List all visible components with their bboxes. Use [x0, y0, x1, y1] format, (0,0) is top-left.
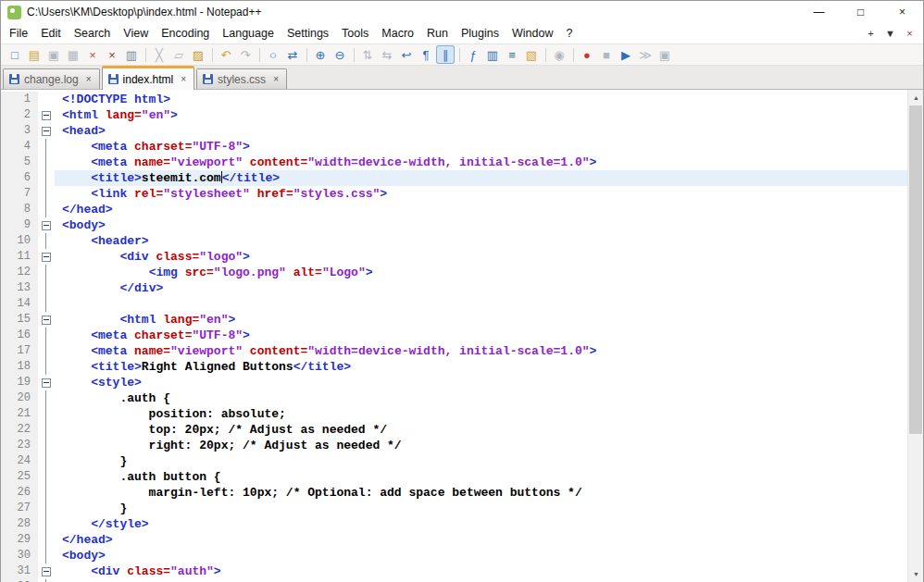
line-number[interactable]: 12: [1, 265, 38, 280]
record-macro-icon[interactable]: ●: [578, 45, 596, 64]
line-number[interactable]: 30: [1, 548, 38, 563]
line-number[interactable]: 19: [1, 375, 38, 390]
code-text[interactable]: }: [55, 453, 907, 469]
line-number[interactable]: 15: [1, 312, 38, 328]
tab-index-html[interactable]: index.html×: [102, 66, 195, 90]
code-text[interactable]: <meta charset="UTF-8">: [55, 139, 907, 155]
code-text[interactable]: <head>: [55, 123, 907, 139]
code-text[interactable]: <header>: [55, 233, 907, 249]
fold-collapse-icon[interactable]: [38, 375, 55, 390]
code-text[interactable]: position: absolute;: [55, 406, 907, 422]
maximize-button[interactable]: □: [840, 1, 881, 23]
line-number[interactable]: 27: [1, 501, 38, 516]
code-line[interactable]: 9<body>: [1, 217, 907, 233]
minimize-button[interactable]: —: [798, 1, 840, 23]
document-map-icon[interactable]: ▥: [483, 45, 502, 64]
code-text[interactable]: <meta charset="UTF-8">: [55, 328, 907, 343]
code-text[interactable]: right: 20px; /* Adjust as needed */: [55, 438, 907, 453]
replace-icon[interactable]: ⇄: [283, 45, 302, 64]
code-line[interactable]: 31 <div class="auth">: [1, 563, 907, 579]
vertical-scrollbar[interactable]: ▲ ▼: [907, 90, 923, 582]
line-number[interactable]: 6: [1, 170, 38, 186]
code-line[interactable]: 1<!DOCTYPE html>: [1, 92, 907, 107]
code-line[interactable]: 10 <header>: [1, 233, 907, 249]
code-line[interactable]: 25 .auth button {: [1, 469, 907, 485]
line-number[interactable]: 8: [1, 202, 38, 217]
new-tab-button[interactable]: +: [861, 28, 880, 39]
open-file-icon[interactable]: ▤: [25, 45, 44, 64]
undo-icon[interactable]: ↶: [217, 45, 235, 64]
scroll-down-icon[interactable]: ▼: [908, 566, 923, 582]
line-number[interactable]: 16: [1, 328, 38, 343]
tab-change-log[interactable]: change.log×: [3, 68, 100, 89]
code-line[interactable]: 13 </div>: [1, 280, 907, 296]
code-text[interactable]: </style>: [55, 516, 907, 532]
code-line[interactable]: 28 </style>: [1, 516, 907, 532]
code-text[interactable]: margin-left: 10px; /* Optional: add spac…: [55, 485, 907, 501]
code-line[interactable]: 20 .auth {: [1, 390, 907, 406]
code-line[interactable]: 14: [1, 296, 907, 312]
menu-encoding[interactable]: Encoding: [155, 25, 216, 42]
copy-icon[interactable]: ▱: [169, 45, 188, 64]
line-number[interactable]: 7: [1, 186, 38, 202]
close-file-icon[interactable]: ×: [83, 45, 102, 64]
menu-help[interactable]: ?: [559, 25, 579, 42]
paste-icon[interactable]: ▨: [189, 45, 207, 64]
menu-run[interactable]: Run: [420, 25, 455, 42]
line-number[interactable]: 10: [1, 233, 38, 249]
code-text[interactable]: <div class="auth">: [55, 563, 907, 579]
line-number[interactable]: 11: [1, 249, 38, 265]
code-text[interactable]: </div>: [55, 280, 907, 296]
code-line[interactable]: 19 <style>: [1, 375, 907, 390]
code-text[interactable]: [55, 296, 907, 312]
line-number[interactable]: 26: [1, 485, 38, 501]
code-text[interactable]: <meta name="viewport" content="width=dev…: [55, 155, 907, 170]
sync-vertical-icon[interactable]: ⇅: [358, 45, 377, 64]
fold-collapse-icon[interactable]: [38, 107, 55, 123]
code-line[interactable]: 12 <img src="logo.png" alt="Logo">: [1, 265, 907, 280]
menu-edit[interactable]: Edit: [34, 25, 68, 42]
document-list-icon[interactable]: ≡: [503, 45, 521, 64]
code-line[interactable]: 6 <title>steemit.com</title>: [1, 170, 907, 186]
code-text[interactable]: <title>Right Aligned Buttons</title>: [55, 359, 907, 375]
run-macro-multiple-icon[interactable]: ≫: [636, 45, 655, 64]
line-number[interactable]: 25: [1, 469, 38, 485]
close-tab-icon[interactable]: ×: [85, 75, 93, 84]
code-line[interactable]: 15 <html lang="en">: [1, 312, 907, 328]
line-number[interactable]: 2: [1, 107, 38, 123]
tab-styles-css[interactable]: styles.css×: [196, 68, 287, 89]
code-line[interactable]: 2<html lang="en">: [1, 107, 907, 123]
code-line[interactable]: 23 right: 20px; /* Adjust as needed */: [1, 438, 907, 453]
line-number[interactable]: 14: [1, 296, 38, 312]
code-line[interactable]: 21 position: absolute;: [1, 406, 907, 422]
code-line[interactable]: 5 <meta name="viewport" content="width=d…: [1, 155, 907, 170]
line-number[interactable]: 1: [1, 92, 38, 107]
play-macro-icon[interactable]: ▶: [617, 45, 635, 64]
code-line[interactable]: 17 <meta name="viewport" content="width=…: [1, 343, 907, 359]
menu-view[interactable]: View: [117, 25, 155, 42]
line-number[interactable]: 22: [1, 422, 38, 438]
line-number[interactable]: 13: [1, 280, 38, 296]
show-all-characters-icon[interactable]: ¶: [417, 45, 435, 64]
folder-as-workspace-icon[interactable]: ▧: [522, 45, 541, 64]
line-number[interactable]: 17: [1, 343, 38, 359]
scrollbar-thumb[interactable]: [909, 105, 922, 434]
close-tab-icon[interactable]: ×: [272, 75, 280, 84]
menu-file[interactable]: File: [3, 25, 34, 42]
tab-list-button[interactable]: ▼: [880, 28, 900, 39]
fold-collapse-icon[interactable]: [38, 123, 55, 139]
fold-collapse-icon[interactable]: [38, 249, 55, 265]
code-line[interactable]: 11 <div class="logo">: [1, 249, 907, 265]
save-macro-icon[interactable]: ▣: [656, 45, 674, 64]
code-line[interactable]: 24 }: [1, 453, 907, 469]
code-text[interactable]: <!DOCTYPE html>: [55, 92, 907, 107]
line-number[interactable]: 29: [1, 532, 38, 548]
line-number[interactable]: 5: [1, 155, 38, 170]
code-text[interactable]: top: 20px; /* Adjust as needed */: [55, 422, 907, 438]
zoom-out-icon[interactable]: ⊖: [331, 45, 349, 64]
line-number[interactable]: 28: [1, 516, 38, 532]
menu-tools[interactable]: Tools: [335, 25, 375, 42]
function-list-icon[interactable]: ƒ: [464, 45, 482, 64]
menu-settings[interactable]: Settings: [281, 25, 335, 42]
save-all-icon[interactable]: ▦: [64, 45, 82, 64]
